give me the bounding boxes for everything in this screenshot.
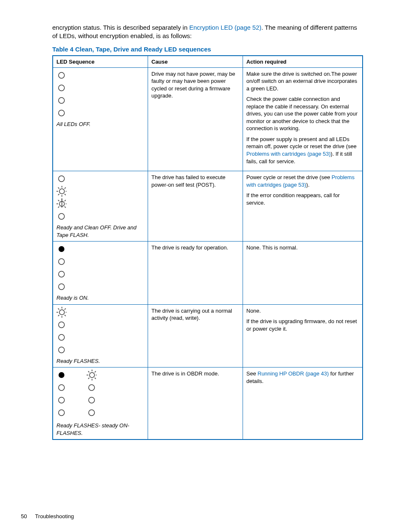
svg-line-10 (58, 188, 59, 189)
svg-point-1 (59, 85, 64, 91)
header-led-sequence: LED Sequence (53, 56, 148, 68)
svg-point-0 (59, 72, 64, 78)
action-cell: None. This is normal. (243, 242, 363, 305)
led-off-icon (56, 95, 66, 105)
action-text: None. (246, 307, 359, 315)
led-off-icon (56, 108, 66, 118)
table-row: Ready FLASHES- steady ON-FLASHES. The dr… (53, 368, 363, 440)
action-cell: Power cycle or reset the drive (see Prob… (243, 171, 363, 242)
page-footer: 50 Troubleshooting (21, 513, 74, 519)
cause-cell: The drive is ready for operation. (148, 242, 243, 305)
action-text: None. This is normal. (246, 244, 359, 252)
led-caption: Ready and Clean OFF. Drive and Tape FLAS… (56, 224, 144, 239)
led-off-icon (56, 395, 66, 405)
cause-cell: Drive may not have power, may be faulty … (148, 67, 243, 171)
led-off-icon (56, 257, 66, 267)
svg-line-49 (88, 371, 90, 373)
led-stack (56, 307, 144, 355)
header-action: Action required (243, 56, 363, 68)
page-number: 50 (21, 513, 27, 519)
svg-point-4 (59, 176, 64, 182)
led-off-icon (56, 320, 66, 330)
action-cell: Make sure the drive is switched on.The p… (243, 67, 363, 171)
led-off-icon (56, 70, 66, 80)
action-text: If the drive is upgrading firmware, do n… (246, 318, 359, 332)
led-on-icon (56, 244, 66, 254)
led-caption: All LEDs OFF. (56, 121, 144, 128)
action-cell: None. If the drive is upgrading firmware… (243, 304, 363, 368)
led-off-icon (56, 383, 66, 393)
led-stack (56, 244, 144, 292)
svg-line-12 (58, 194, 59, 195)
led-off-icon (56, 174, 66, 184)
table-row: All LEDs OFF. Drive may not have power, … (53, 67, 363, 171)
table-title: Table 4 Clean, Tape, Drive and Ready LED… (52, 46, 363, 53)
svg-point-54 (89, 397, 95, 403)
intro-before: encryption status. This is described sep… (52, 24, 189, 31)
encryption-led-link[interactable]: Encryption LED (page 52) (189, 24, 261, 31)
led-off-icon (87, 395, 97, 405)
svg-line-20 (64, 206, 66, 208)
svg-point-3 (59, 110, 64, 116)
svg-point-39 (59, 347, 64, 353)
svg-line-34 (64, 315, 66, 316)
led-caption: Ready is ON. (56, 294, 144, 302)
svg-point-23 (59, 213, 64, 219)
svg-point-44 (90, 373, 95, 378)
svg-point-53 (89, 385, 95, 391)
svg-point-37 (59, 322, 64, 328)
svg-line-21 (58, 206, 59, 208)
action-text: Power cycle or reset the drive (see Prob… (246, 174, 359, 188)
led-off-icon (87, 408, 97, 418)
svg-point-41 (59, 385, 64, 391)
svg-point-43 (59, 410, 64, 416)
problems-cartridges-link[interactable]: Problems with cartridges (page 53) (246, 151, 331, 157)
led-flash-icon (56, 199, 66, 209)
cause-cell: The drive is carrying out a normal activ… (148, 304, 243, 368)
led-off-icon (56, 408, 66, 418)
led-flash-icon (87, 370, 97, 380)
led-stack (56, 174, 144, 221)
svg-line-11 (64, 194, 66, 195)
led-off-icon (56, 282, 66, 292)
svg-point-27 (59, 284, 64, 290)
svg-line-19 (58, 200, 59, 201)
action-text: Check the power cable connection and rep… (246, 95, 359, 132)
svg-point-55 (89, 410, 95, 416)
table-row: Ready FLASHES. The drive is carrying out… (53, 304, 363, 368)
svg-line-51 (88, 378, 90, 379)
cause-cell: The drive is in OBDR mode. (148, 368, 243, 440)
led-off-icon (56, 83, 66, 93)
led-off-icon (56, 332, 66, 342)
action-text: See Running HP OBDR (page 43) for furthe… (246, 370, 359, 385)
led-stack (56, 70, 144, 118)
led-on-icon (56, 370, 66, 380)
led-off-icon (56, 269, 66, 279)
led-caption: Ready FLASHES. (56, 357, 144, 365)
svg-point-5 (59, 189, 64, 194)
header-cause: Cause (148, 56, 243, 68)
svg-line-33 (58, 308, 59, 310)
led-off-icon (56, 345, 66, 355)
action-text: If the error condition reappears, call f… (246, 192, 359, 206)
action-cell: See Running HP OBDR (page 43) for furthe… (243, 368, 363, 440)
table-row: Ready is ON. The drive is ready for oper… (53, 242, 363, 305)
led-flash-icon (56, 307, 66, 317)
section-name: Troubleshooting (35, 513, 74, 519)
svg-point-26 (59, 271, 64, 277)
table-row: Ready and Clean OFF. Drive and Tape FLAS… (53, 171, 363, 242)
svg-point-38 (59, 334, 64, 340)
led-off-icon (56, 211, 66, 221)
svg-line-22 (64, 200, 66, 201)
intro-paragraph: encryption status. This is described sep… (52, 23, 363, 41)
svg-point-24 (59, 246, 64, 252)
led-off-icon (87, 383, 97, 393)
svg-line-50 (95, 378, 96, 379)
svg-point-42 (59, 397, 64, 403)
svg-line-36 (64, 308, 66, 310)
led-flash-icon (56, 186, 66, 196)
svg-line-13 (64, 188, 66, 189)
action-text: If the power supply is present and all L… (246, 136, 359, 165)
svg-point-28 (59, 310, 64, 315)
obdr-link[interactable]: Running HP OBDR (page 43) (258, 370, 329, 377)
